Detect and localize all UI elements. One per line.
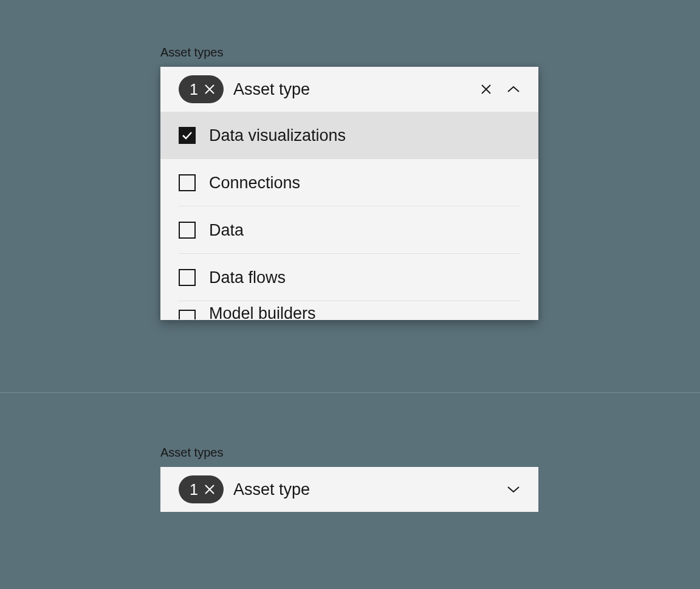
dropdown-label: Asset type [233,480,497,499]
checkbox-checked[interactable] [179,127,196,144]
dropdown-option[interactable]: Data [160,206,538,254]
header-actions [480,83,520,95]
option-label: Data [209,221,244,240]
dropdown-header-collapsed[interactable]: 1 Asset type [160,467,538,512]
checkbox-unchecked[interactable] [179,222,196,239]
checkbox-unchecked[interactable] [179,269,196,286]
option-label: Model builders [209,305,316,320]
chevron-down-icon [507,485,520,494]
checkbox-unchecked[interactable] [179,174,196,191]
option-label: Connections [209,174,300,192]
expand-button[interactable] [507,485,520,494]
selection-count: 1 [190,81,198,98]
dropdown-header[interactable]: 1 Asset type [160,67,538,112]
section-divider [0,392,700,393]
clear-selection-button[interactable] [204,84,215,95]
option-label: Data visualizations [209,126,346,145]
selection-pill: 1 [179,75,224,103]
clear-selection-button[interactable] [204,484,215,495]
dropdown-option[interactable]: Connections [160,159,538,206]
option-divider [179,301,520,301]
option-label: Data flows [209,268,286,287]
dropdown-options-list: Data visualizations Connections Data Dat… [160,112,538,320]
dropdown-container: 1 Asset type [160,67,538,320]
checkbox-unchecked[interactable] [179,310,196,319]
close-icon [204,84,215,95]
dropdown-expanded-section: Asset types 1 Asset type [160,46,538,320]
header-actions [507,485,520,494]
selection-count: 1 [190,481,198,499]
dropdown-option[interactable]: Data visualizations [160,112,538,159]
close-icon [480,83,492,95]
dropdown-option[interactable]: Data flows [160,254,538,301]
section-label: Asset types [160,46,538,60]
checkmark-icon [182,131,193,140]
dropdown-option-partial[interactable]: Model builders [160,301,538,320]
chevron-up-icon [507,85,520,94]
close-icon [204,484,215,495]
dropdown-collapsed-section: Asset types 1 Asset type [160,446,538,512]
selection-pill: 1 [179,475,224,503]
section-label: Asset types [160,446,538,460]
collapse-button[interactable] [507,85,520,94]
dropdown-label: Asset type [233,80,470,99]
close-dropdown-button[interactable] [480,83,492,95]
